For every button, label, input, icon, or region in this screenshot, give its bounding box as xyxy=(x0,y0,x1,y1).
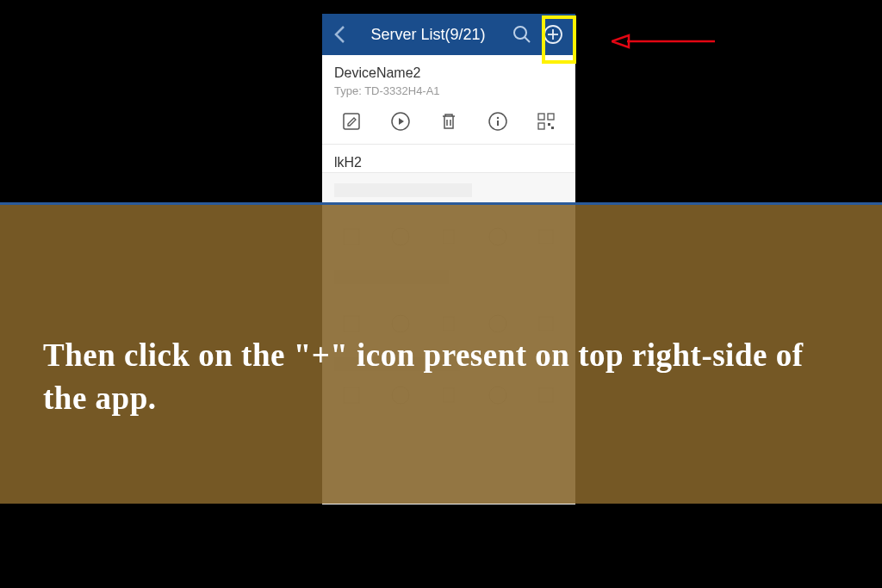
device-name: lkH2 xyxy=(334,155,563,170)
instruction-overlay: Then click on the "+" icon present on to… xyxy=(0,202,882,504)
trash-icon xyxy=(438,111,459,132)
device-actions xyxy=(334,108,563,135)
instruction-text: Then click on the "+" icon present on to… xyxy=(43,334,839,420)
svg-rect-12 xyxy=(538,123,544,129)
search-icon xyxy=(512,25,531,44)
svg-rect-5 xyxy=(344,114,359,129)
page-title: Server List(9/21) xyxy=(350,26,506,44)
svg-rect-14 xyxy=(551,127,554,129)
edit-button[interactable] xyxy=(338,108,365,135)
info-button[interactable] xyxy=(484,108,512,135)
device-type: Type: TD-3332H4-A1 xyxy=(334,84,563,97)
plus-circle-icon xyxy=(543,24,563,45)
svg-rect-13 xyxy=(548,123,550,126)
svg-rect-10 xyxy=(538,114,544,120)
chevron-left-icon xyxy=(333,25,345,44)
search-button[interactable] xyxy=(506,14,537,55)
back-button[interactable] xyxy=(329,14,350,55)
svg-marker-31 xyxy=(612,35,629,47)
device-name: DeviceName2 xyxy=(334,65,563,81)
qr-button[interactable] xyxy=(532,108,560,135)
qr-icon xyxy=(536,111,556,132)
device-card[interactable]: DeviceName2 Type: TD-3332H4-A1 xyxy=(322,55,575,145)
svg-point-0 xyxy=(514,27,526,39)
svg-point-8 xyxy=(496,117,498,119)
app-header: Server List(9/21) xyxy=(322,14,575,55)
svg-line-1 xyxy=(525,37,530,42)
play-icon xyxy=(390,111,411,132)
arrow-annotation xyxy=(612,31,715,52)
add-button[interactable] xyxy=(537,14,568,55)
edit-icon xyxy=(341,111,362,132)
svg-rect-11 xyxy=(548,114,554,120)
device-card[interactable]: lkH2 xyxy=(322,145,575,173)
play-button[interactable] xyxy=(387,108,414,135)
info-icon xyxy=(488,111,508,132)
delete-button[interactable] xyxy=(435,108,463,135)
